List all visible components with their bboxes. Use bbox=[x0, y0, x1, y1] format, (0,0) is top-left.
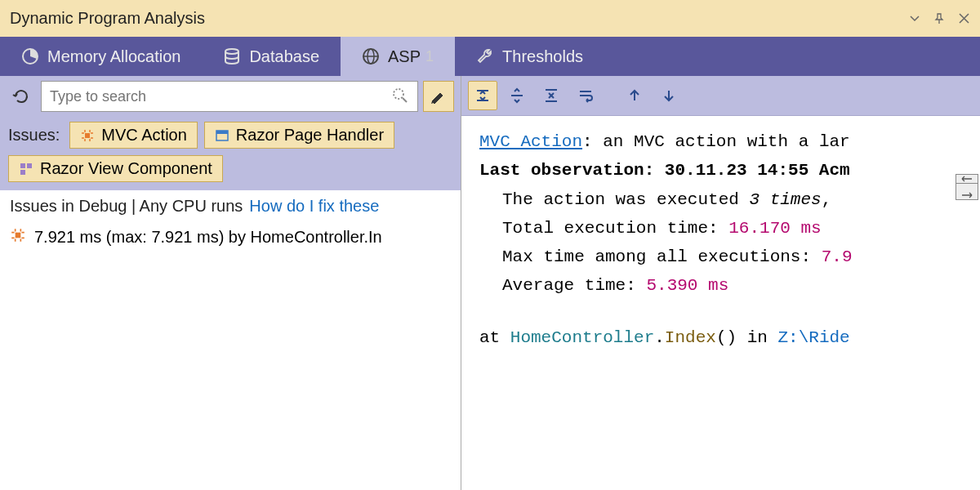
detail-max-time: Max time among all executions: 7.9 bbox=[479, 243, 973, 271]
svg-line-6 bbox=[403, 98, 407, 102]
window-title: Dynamic Program Analysis bbox=[10, 9, 205, 28]
pin-icon[interactable] bbox=[933, 12, 946, 25]
title-bar: Dynamic Program Analysis bbox=[0, 0, 980, 37]
highlighter-button[interactable] bbox=[423, 81, 454, 112]
expand-all-button[interactable] bbox=[502, 81, 532, 110]
detail-observation: Last observation: 30.11.23 14:55 Acm bbox=[479, 156, 973, 185]
window-controls bbox=[908, 12, 970, 25]
filter-bar: Issues: MVC Action Razor Page Handler Ra… bbox=[0, 117, 461, 190]
tab-memory-allocation[interactable]: Memory Allocation bbox=[0, 37, 202, 76]
detail-total-time: Total execution time: 16.170 ms bbox=[479, 214, 973, 243]
target-icon bbox=[10, 227, 26, 247]
down-arrow-button[interactable] bbox=[654, 81, 684, 110]
globe-icon bbox=[362, 47, 380, 65]
scroll-right-icon bbox=[961, 191, 973, 199]
database-icon bbox=[223, 47, 241, 65]
collapse-all-button[interactable] bbox=[537, 81, 566, 110]
svg-point-1 bbox=[225, 49, 238, 54]
target-icon bbox=[80, 128, 95, 143]
up-arrow-button[interactable] bbox=[620, 81, 649, 110]
tab-badge: 1 bbox=[425, 48, 434, 65]
tab-label: Memory Allocation bbox=[47, 47, 180, 66]
component-icon bbox=[19, 162, 33, 176]
chip-label: Razor Page Handler bbox=[236, 126, 384, 145]
tab-bar: Memory Allocation Database ASP 1 Thresho… bbox=[0, 37, 980, 76]
tab-label: Database bbox=[249, 47, 319, 66]
svg-rect-9 bbox=[216, 131, 228, 134]
mvc-action-link[interactable]: MVC Action bbox=[479, 132, 582, 151]
search-box[interactable] bbox=[41, 81, 418, 112]
filter-razor-page-handler[interactable]: Razor Page Handler bbox=[204, 122, 394, 149]
close-icon[interactable] bbox=[957, 12, 970, 25]
tab-thresholds[interactable]: Thresholds bbox=[455, 37, 604, 76]
detail-line-1: MVC Action: an MVC action with a lar bbox=[479, 127, 973, 156]
content-area: Issues: MVC Action Razor Page Handler Ra… bbox=[0, 76, 980, 490]
list-header: Issues in Debug | Any CPU runs How do I … bbox=[0, 190, 461, 222]
help-link[interactable]: How do I fix these bbox=[249, 197, 379, 216]
detail-stack-line: at HomeController.Index() in Z:\Ride bbox=[479, 323, 973, 352]
svg-rect-12 bbox=[20, 170, 25, 175]
issue-list-item[interactable]: 7.921 ms (max: 7.921 ms) by HomeControll… bbox=[0, 222, 461, 252]
chip-label: Razor View Component bbox=[40, 159, 212, 178]
refresh-button[interactable] bbox=[7, 82, 36, 111]
detail-pane: MVC Action: an MVC action with a lar Las… bbox=[461, 116, 980, 352]
detail-avg-time: Average time: 5.390 ms bbox=[479, 271, 973, 300]
wrench-icon bbox=[476, 47, 494, 65]
filter-razor-view-component[interactable]: Razor View Component bbox=[8, 155, 223, 182]
tab-database[interactable]: Database bbox=[202, 37, 341, 76]
scroll-left-icon bbox=[961, 175, 973, 183]
right-panel: MVC Action: an MVC action with a lar Las… bbox=[461, 76, 980, 490]
search-input[interactable] bbox=[50, 88, 391, 105]
filters-label: Issues: bbox=[8, 126, 60, 145]
search-icon[interactable] bbox=[391, 87, 409, 107]
tab-asp[interactable]: ASP 1 bbox=[341, 37, 455, 76]
wrap-button[interactable] bbox=[571, 81, 600, 110]
horizontal-scroll-widget[interactable] bbox=[956, 174, 978, 200]
dropdown-icon[interactable] bbox=[908, 12, 921, 25]
svg-rect-13 bbox=[16, 233, 21, 238]
left-toolbar bbox=[0, 76, 461, 117]
filter-mvc-action[interactable]: MVC Action bbox=[69, 122, 197, 149]
svg-rect-11 bbox=[27, 163, 32, 168]
window-icon bbox=[215, 128, 229, 143]
left-panel: Issues: MVC Action Razor Page Handler Ra… bbox=[0, 76, 461, 490]
right-toolbar bbox=[461, 76, 980, 116]
tab-label: Thresholds bbox=[502, 47, 583, 66]
collapse-button[interactable] bbox=[468, 81, 497, 110]
svg-rect-7 bbox=[85, 133, 90, 138]
pie-chart-icon bbox=[21, 47, 39, 65]
issue-text: 7.921 ms (max: 7.921 ms) by HomeControll… bbox=[34, 228, 382, 247]
svg-point-5 bbox=[394, 89, 403, 99]
chip-label: MVC Action bbox=[101, 126, 186, 145]
tab-label: ASP bbox=[388, 47, 421, 66]
svg-rect-10 bbox=[20, 163, 25, 168]
list-header-text: Issues in Debug | Any CPU runs bbox=[10, 197, 243, 216]
detail-exec-count: The action was executed 3 times, bbox=[479, 185, 973, 214]
